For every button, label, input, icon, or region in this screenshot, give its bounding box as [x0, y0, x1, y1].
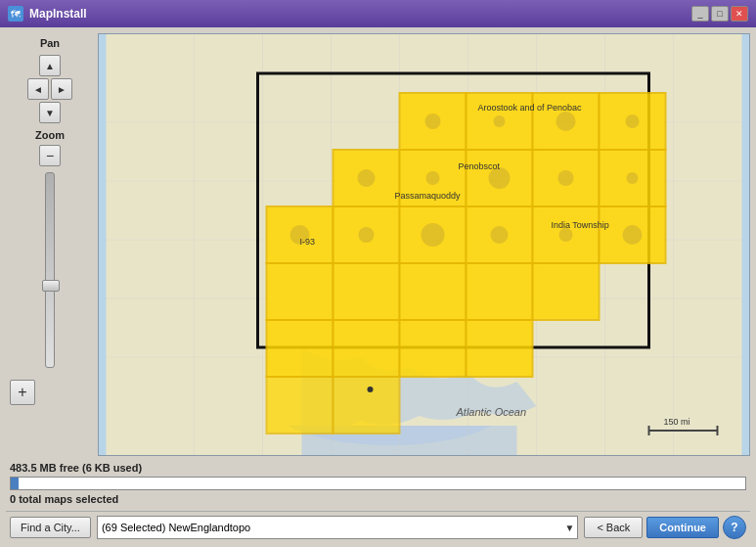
pan-up-button[interactable]: ▲	[39, 55, 61, 76]
footer-nav: < Back Continue ?	[584, 516, 746, 539]
svg-point-43	[425, 114, 441, 129]
find-city-button[interactable]: Find a City...	[10, 517, 91, 538]
progress-bar-container	[10, 477, 746, 490]
svg-rect-35	[467, 263, 533, 320]
zoom-label: Zoom	[35, 129, 65, 141]
storage-info: 483.5 MB free (6 KB used)	[10, 462, 746, 474]
svg-rect-40	[467, 320, 533, 377]
svg-text:I-93: I-93	[300, 237, 316, 247]
zoom-slider-track[interactable]	[45, 172, 55, 368]
svg-point-46	[626, 114, 640, 128]
zoom-section: Zoom −	[10, 129, 90, 370]
app-icon: 🗺	[8, 6, 23, 22]
title-text: MapInstall	[29, 7, 87, 21]
map-select-wrapper: (69 Selected) NewEnglandtopo ▼	[97, 516, 578, 539]
add-button[interactable]: +	[10, 380, 35, 405]
svg-text:Atlantic Ocean: Atlantic Ocean	[456, 406, 527, 418]
svg-rect-39	[400, 320, 467, 377]
svg-text:150 mi: 150 mi	[664, 417, 690, 427]
content-area: Pan ▲ ◄ ► ▼ Zoom − +	[6, 33, 750, 456]
sidebar: Pan ▲ ◄ ► ▼ Zoom − +	[6, 33, 94, 456]
maps-selected: 0 total maps selected	[10, 493, 746, 505]
pan-label: Pan	[10, 37, 90, 49]
svg-rect-37	[267, 320, 334, 377]
svg-point-47	[358, 169, 376, 187]
minimize-button[interactable]: _	[691, 6, 709, 22]
maximize-button[interactable]: □	[711, 6, 729, 22]
svg-text:Penobscot: Penobscot	[459, 161, 501, 171]
continue-button[interactable]: Continue	[646, 517, 719, 538]
svg-point-53	[359, 227, 375, 243]
close-button[interactable]: ✕	[731, 6, 748, 22]
svg-point-45	[556, 112, 576, 131]
svg-rect-32	[267, 263, 334, 320]
svg-rect-38	[334, 320, 400, 377]
pan-middle-row: ◄ ►	[27, 78, 72, 100]
help-button[interactable]: ?	[723, 516, 746, 539]
svg-point-55	[491, 226, 509, 244]
svg-point-56	[559, 228, 573, 242]
zoom-minus-button[interactable]: −	[39, 145, 61, 166]
map-container[interactable]: Aroostook and of Penobac Penobscot Passa…	[98, 33, 750, 456]
svg-point-54	[422, 223, 445, 247]
pan-controls: ▲ ◄ ► ▼	[10, 55, 90, 123]
pan-up-row: ▲	[39, 55, 61, 76]
svg-point-57	[623, 225, 643, 245]
pan-right-button[interactable]: ►	[51, 78, 72, 100]
bottom-bar: 483.5 MB free (6 KB used) 0 total maps s…	[6, 460, 750, 507]
pan-down-button[interactable]: ▼	[39, 102, 61, 123]
title-bar: 🗺 MapInstall _ □ ✕	[0, 0, 756, 27]
svg-point-68	[368, 387, 374, 392]
svg-rect-34	[400, 263, 467, 320]
pan-down-row: ▼	[39, 102, 61, 123]
svg-point-51	[627, 172, 639, 184]
svg-text:India  Township: India Township	[552, 220, 609, 230]
map-select[interactable]: (69 Selected) NewEnglandtopo	[97, 516, 578, 539]
svg-rect-36	[533, 263, 600, 320]
pan-left-button[interactable]: ◄	[27, 78, 49, 100]
map-svg: Aroostook and of Penobac Penobscot Passa…	[99, 34, 749, 455]
svg-text:Passamaquoddy: Passamaquoddy	[395, 191, 462, 201]
main-window: Pan ▲ ◄ ► ▼ Zoom − +	[0, 27, 756, 547]
zoom-slider-thumb[interactable]	[42, 280, 60, 292]
back-button[interactable]: < Back	[584, 517, 643, 538]
svg-text:Aroostook and of Penobac: Aroostook and of Penobac	[478, 103, 583, 113]
svg-rect-33	[334, 263, 400, 320]
progress-bar-fill	[11, 478, 19, 489]
title-buttons: _ □ ✕	[691, 6, 748, 22]
svg-point-48	[426, 171, 440, 185]
svg-point-50	[558, 170, 574, 186]
svg-rect-42	[334, 377, 400, 433]
title-bar-left: 🗺 MapInstall	[8, 6, 87, 22]
svg-point-44	[494, 115, 506, 127]
svg-rect-41	[267, 377, 334, 433]
footer: Find a City... (69 Selected) NewEnglandt…	[6, 511, 750, 541]
